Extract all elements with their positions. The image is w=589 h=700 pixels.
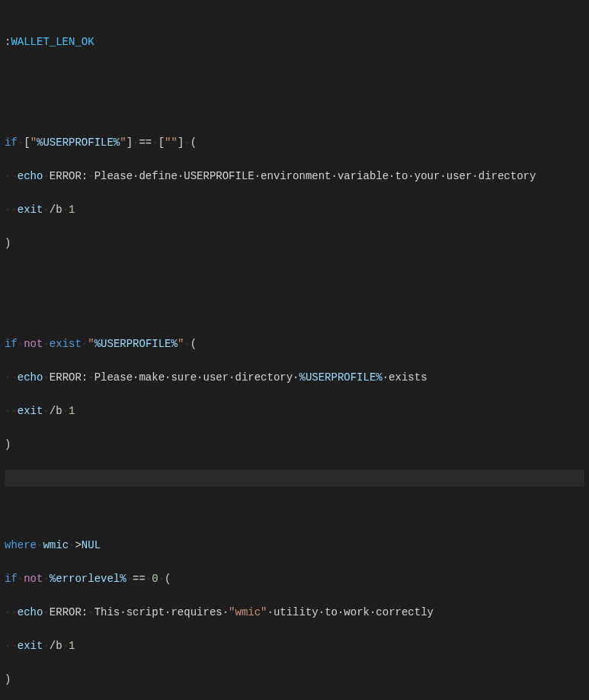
batch-label: WALLET_LEN_OK [11,36,94,48]
code-line[interactable]: ··echo·ERROR:·Please·define·USERPROFILE·… [5,168,584,185]
blank-line[interactable] [5,470,584,486]
code-line[interactable]: if·not·exist·"%USERPROFILE%"·( [5,336,584,352]
blank-line[interactable] [5,67,584,84]
code-line[interactable]: ··echo·ERROR:·This·script·requires·"wmic… [5,604,584,621]
code-line[interactable]: ··exit·/b·1 [5,201,584,218]
code-line[interactable]: ··exit·/b·1 [5,637,584,654]
code-line[interactable]: ) [5,235,584,252]
code-line[interactable]: :WALLET_LEN_OK [5,34,584,50]
blank-line[interactable] [5,268,584,285]
code-line[interactable]: where·wmic·>NUL [5,537,584,554]
if-keyword: if [5,136,18,149]
code-line[interactable]: if·["%USERPROFILE%"]·==·[""]·( [5,134,584,151]
code-editor[interactable]: :WALLET_LEN_OK if·["%USERPROFILE%"]·==·[… [0,0,589,700]
code-line[interactable]: if·not·%errorlevel%·==·0·( [5,570,584,587]
code-line[interactable]: ··exit·/b·1 [5,403,584,419]
code-line[interactable]: ··echo·ERROR:·Please·make·sure·user·dire… [5,369,584,386]
code-line[interactable]: ) [5,436,584,453]
code-line[interactable]: ) [5,671,584,688]
